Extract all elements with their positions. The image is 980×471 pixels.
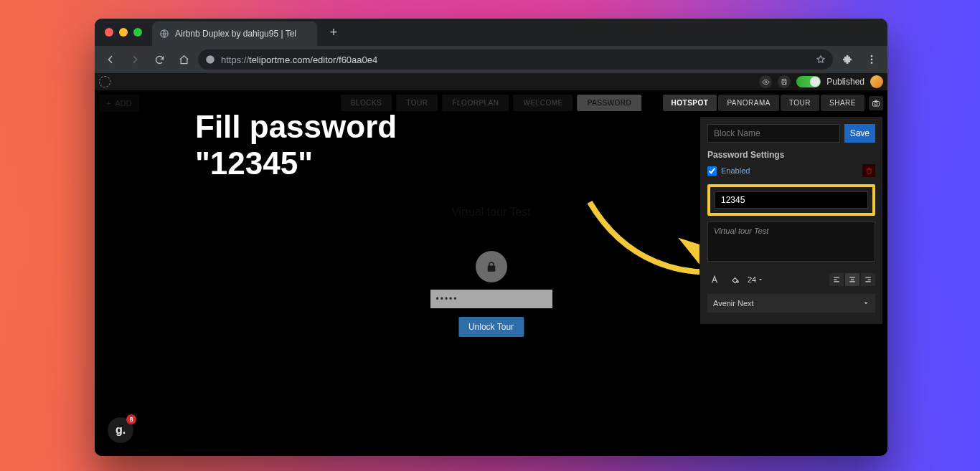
instruction-overlay: Fill password "12345" (195, 109, 397, 181)
tab-title: Airbnb Duplex by dahigu95 | Tel (175, 29, 296, 39)
tab-share[interactable]: SHARE (821, 95, 864, 111)
add-label: ADD (115, 99, 131, 108)
nav-back-button[interactable] (100, 49, 121, 70)
tab-floorplan[interactable]: FLOORPLAN (442, 95, 509, 111)
align-right-button[interactable] (861, 273, 875, 286)
instruction-line2: "12345" (195, 146, 397, 182)
plus-icon: + (106, 99, 110, 108)
fill-color-icon[interactable] (727, 272, 742, 287)
nav-home-button[interactable] (174, 49, 194, 70)
password-field-highlight (707, 184, 875, 216)
address-bar: https://teliportme.com/editor/f60aa0e4 (95, 46, 887, 73)
app-logo-icon[interactable] (99, 76, 110, 87)
preview-eye-icon[interactable] (759, 75, 772, 88)
delete-button[interactable] (862, 164, 875, 177)
browser-window: Airbnb Duplex by dahigu95 | Tel + https:… (95, 19, 887, 456)
nav-reload-button[interactable] (149, 49, 169, 70)
tab-welcome[interactable]: WELCOME (514, 95, 573, 111)
align-group (829, 273, 875, 286)
tab-hotspot[interactable]: HOTSPOT (663, 95, 717, 111)
window-maximize-button[interactable] (133, 28, 142, 37)
globe-icon (159, 29, 169, 39)
user-avatar[interactable] (870, 75, 883, 88)
add-block-button[interactable]: + ADD (99, 95, 139, 112)
font-size-select[interactable]: 24 (748, 275, 763, 284)
preview-title: Virtual tour Test (451, 206, 531, 219)
tab-tour[interactable]: TOUR (396, 95, 438, 111)
enabled-text: Enabled (721, 166, 750, 175)
password-input[interactable] (715, 191, 868, 209)
svg-point-1 (206, 55, 215, 64)
preview-password-input[interactable] (430, 290, 552, 308)
browser-tab[interactable]: Airbnb Duplex by dahigu95 | Tel (152, 22, 317, 46)
tab-tour-right[interactable]: TOUR (781, 95, 819, 111)
settings-title: Password Settings (707, 150, 875, 160)
text-color-icon[interactable] (707, 272, 722, 287)
panel-save-button[interactable]: Save (844, 124, 875, 143)
enabled-checkbox[interactable] (707, 166, 717, 176)
app-content: Published + ADD BLOCKS TOUR FLOORPLAN WE… (95, 73, 887, 456)
font-family-select[interactable]: Avenir Next (707, 294, 875, 313)
align-left-button[interactable] (829, 273, 844, 286)
align-center-button[interactable] (845, 273, 859, 286)
badge-count: 8 (126, 414, 136, 424)
settings-panel: Save Password Settings Enabled (699, 116, 883, 325)
svg-point-3 (871, 59, 873, 61)
site-info-icon (205, 54, 215, 65)
unlock-button[interactable]: Unlock Tour (458, 317, 524, 337)
font-family-label: Avenir Next (713, 299, 754, 308)
published-label: Published (826, 77, 864, 87)
svg-point-4 (871, 62, 873, 64)
url-rest: teliportme.com/editor/f60aa0e4 (249, 54, 377, 65)
block-name-input[interactable] (707, 124, 840, 143)
svg-point-5 (765, 81, 767, 83)
title-bar: Airbnb Duplex by dahigu95 | Tel + (95, 19, 887, 46)
help-badge[interactable]: g. 8 (108, 417, 133, 443)
tab-panorama[interactable]: PANORAMA (718, 95, 779, 111)
app-header: Published (95, 73, 887, 90)
url-box[interactable]: https://teliportme.com/editor/f60aa0e4 (198, 49, 833, 70)
window-minimize-button[interactable] (119, 28, 128, 37)
format-toolbar: 24 (707, 272, 875, 287)
browser-menu-button[interactable] (862, 49, 882, 70)
chevron-down-icon (862, 300, 870, 307)
instruction-line1: Fill password (195, 109, 397, 146)
header-right: Published (759, 75, 883, 88)
extensions-button[interactable] (837, 49, 857, 70)
svg-point-7 (875, 102, 877, 105)
svg-point-2 (871, 55, 873, 57)
lock-icon (476, 251, 507, 282)
enabled-checkbox-label[interactable]: Enabled (707, 166, 750, 176)
chevron-down-icon (758, 277, 763, 282)
bookmark-star-icon[interactable] (816, 54, 826, 65)
new-tab-button[interactable]: + (324, 23, 343, 42)
camera-icon[interactable] (869, 96, 883, 110)
window-controls (95, 19, 152, 46)
description-textarea[interactable] (707, 222, 875, 262)
save-disk-icon[interactable] (778, 75, 791, 88)
tab-password[interactable]: PASSWORD (578, 95, 642, 111)
window-close-button[interactable] (105, 28, 113, 37)
right-tab-strip: HOTSPOT PANORAMA TOUR SHARE (663, 95, 883, 111)
url-protocol: https:// (221, 54, 249, 65)
nav-forward-button[interactable] (125, 49, 145, 70)
published-toggle[interactable] (796, 76, 821, 87)
badge-letter: g. (116, 424, 126, 437)
